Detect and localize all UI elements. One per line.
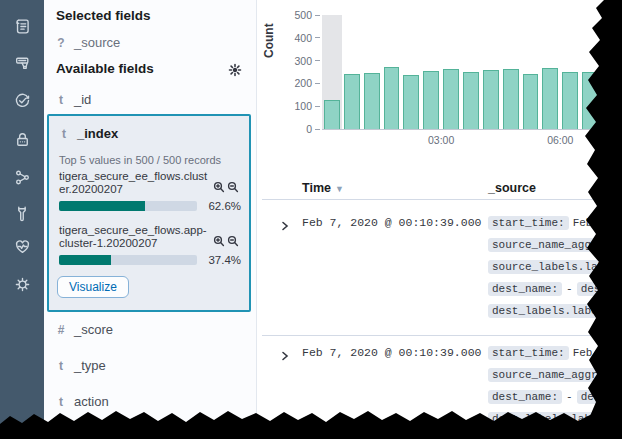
- field-settings-gear-icon[interactable]: [228, 63, 242, 77]
- column-header-time[interactable]: Time▼: [302, 181, 344, 195]
- magnifier-plus-icon[interactable]: [213, 233, 225, 245]
- histogram-bar[interactable]: [324, 100, 340, 129]
- selected-fields-header: Selected fields: [56, 8, 151, 23]
- expand-row-chevron-icon[interactable]: [280, 217, 290, 227]
- field-name: _id: [74, 92, 91, 107]
- magnifier-plus-icon[interactable]: [213, 179, 225, 191]
- source-summary-line: start_time:Feb 7,: [488, 342, 622, 364]
- histogram-bar-slot[interactable]: [382, 15, 402, 129]
- source-key-pill: dest_name:: [488, 390, 562, 404]
- value-progress-track: [59, 255, 197, 265]
- magnifier-minus-icon[interactable]: [227, 179, 239, 191]
- histogram-bar-slot[interactable]: [421, 15, 441, 129]
- string-type-icon: t: [56, 395, 66, 409]
- histogram-bar[interactable]: [384, 67, 400, 129]
- histogram-bar[interactable]: [364, 73, 380, 129]
- flow-filter-icon[interactable]: [12, 53, 32, 73]
- x-tick-label: 03:00: [428, 134, 454, 146]
- clock-check-icon[interactable]: [12, 90, 32, 110]
- field-item-type[interactable]: t _type: [56, 358, 106, 373]
- field-item-source[interactable]: ? _source: [56, 35, 120, 50]
- heart-pulse-icon[interactable]: [12, 236, 32, 256]
- histogram-bar[interactable]: [562, 72, 578, 129]
- histogram-bar-slot[interactable]: [441, 15, 461, 129]
- histogram-bar[interactable]: [523, 74, 539, 129]
- histogram-bar-slot[interactable]: [481, 15, 501, 129]
- histogram-bar[interactable]: [483, 70, 499, 129]
- row-time: Feb 7, 2020 @ 00:10:39.000: [302, 346, 481, 359]
- row-time: Feb 7, 2020 @ 00:10:39.000: [302, 216, 481, 229]
- source-key-pill: dest: [577, 282, 611, 296]
- field-item-score[interactable]: # _score: [56, 322, 113, 337]
- source-summary-line: source_name_aggr:: [488, 234, 622, 256]
- index-field-details-card: t _index Top 5 values in 500 / 500 recor…: [47, 114, 251, 312]
- expand-row-chevron-icon[interactable]: [280, 347, 290, 357]
- magnifier-minus-icon[interactable]: [227, 233, 239, 245]
- histogram-bar-slot[interactable]: [501, 15, 521, 129]
- number-type-icon: #: [56, 323, 66, 337]
- available-fields-header: Available fields: [56, 61, 154, 76]
- value-percent: 37.4%: [208, 254, 241, 266]
- histogram-bar-slot[interactable]: [580, 15, 600, 129]
- source-key-pill: dest_labels.label: [488, 412, 608, 426]
- source-value: Feb 7: [573, 217, 606, 229]
- histogram-bar[interactable]: [403, 75, 419, 129]
- value-progress-fill: [59, 201, 145, 211]
- wrench-icon[interactable]: [12, 203, 32, 223]
- histogram-bar[interactable]: [542, 68, 558, 129]
- top-values-summary: Top 5 values in 500 / 500 records: [59, 154, 221, 166]
- histogram-bar-slot[interactable]: [362, 15, 382, 129]
- source-key-pill: dest,: [577, 390, 618, 404]
- y-tick-label: 0: [286, 123, 320, 135]
- source-key-pill: source_labels.lab: [488, 260, 608, 274]
- row-divider: [262, 335, 622, 336]
- field-name: action: [74, 394, 109, 409]
- histogram-bar[interactable]: [582, 72, 598, 129]
- histogram-bar[interactable]: [423, 71, 439, 129]
- string-type-icon: t: [59, 127, 69, 141]
- histogram-bar[interactable]: [463, 72, 479, 129]
- source-key-pill: source_name_aggr:: [488, 368, 608, 382]
- source-value: -: [566, 391, 573, 403]
- string-type-icon: t: [56, 359, 66, 373]
- source-value: -: [566, 283, 573, 295]
- lock-icon[interactable]: [12, 129, 32, 149]
- scroll-icon[interactable]: [12, 16, 32, 36]
- app-nav-rail: [0, 0, 44, 439]
- source-summary-line: dest_name:-dest: [488, 278, 622, 300]
- field-item-index[interactable]: t _index: [59, 126, 118, 141]
- histogram-bar[interactable]: [503, 69, 519, 129]
- gear-icon[interactable]: [12, 274, 32, 294]
- histogram-bar-slot[interactable]: [461, 15, 481, 129]
- histogram-bar-slot[interactable]: [342, 15, 362, 129]
- field-item-id[interactable]: t _id: [56, 92, 91, 107]
- top-value-label: tigera_secure_ee_flows.app-cluster-1.202…: [59, 224, 211, 250]
- y-tick-label: 400: [286, 32, 320, 44]
- source-summary-line: dest_name:-dest,: [488, 386, 622, 408]
- value-percent: 62.6%: [208, 200, 241, 212]
- y-tick-label: 500: [286, 9, 320, 21]
- field-name: _index: [77, 126, 118, 141]
- histogram-bar[interactable]: [344, 74, 360, 129]
- histogram-bar-slot[interactable]: [401, 15, 421, 129]
- source-summary-line: start_time:Feb 7: [488, 212, 622, 234]
- source-value: Feb 7,: [573, 347, 613, 359]
- source-key-pill: source_name_aggr:: [488, 238, 608, 252]
- fields-panel: Selected fields ? _source Available fiel…: [44, 0, 257, 439]
- visualize-button[interactable]: Visualize: [57, 276, 129, 298]
- field-name: _score: [74, 322, 113, 337]
- histogram-bar-slot[interactable]: [560, 15, 580, 129]
- histogram-bar-slot[interactable]: [521, 15, 541, 129]
- field-name: _source: [74, 35, 120, 50]
- histogram-bar-slot[interactable]: [540, 15, 560, 129]
- field-name: _type: [74, 358, 106, 373]
- row-source-summary: start_time:Feb 7source_name_aggr:source_…: [488, 212, 622, 322]
- histogram-plot[interactable]: [322, 15, 600, 130]
- y-axis-title: Count: [262, 23, 276, 58]
- histogram-bar[interactable]: [443, 69, 459, 129]
- kibana-discover-screen: Selected fields ? _source Available fiel…: [0, 0, 622, 439]
- histogram-bar-slot[interactable]: [322, 15, 342, 129]
- field-item-action[interactable]: t action: [56, 394, 109, 409]
- string-type-icon: t: [56, 93, 66, 107]
- share-nodes-icon[interactable]: [12, 167, 32, 187]
